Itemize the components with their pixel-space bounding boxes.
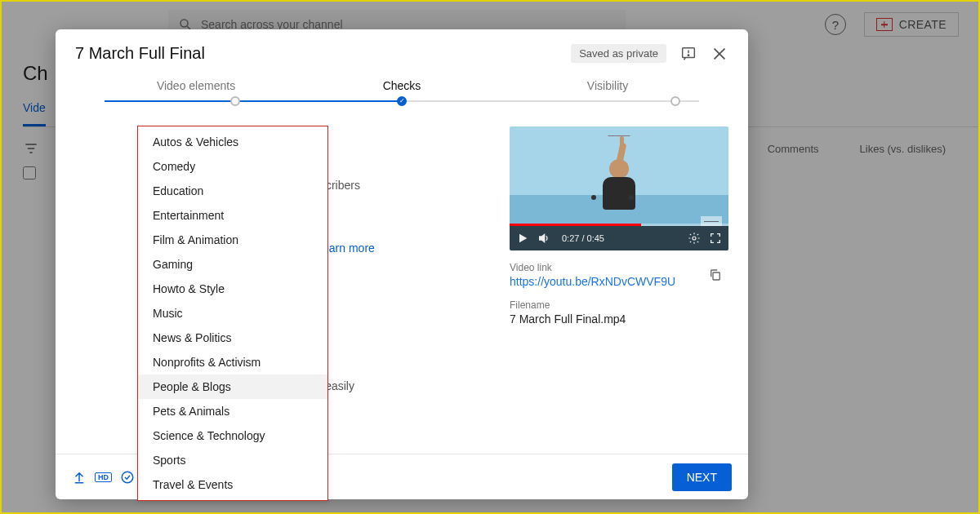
category-option[interactable]: Education bbox=[138, 179, 327, 203]
category-option[interactable]: People & Blogs bbox=[138, 374, 327, 399]
category-option[interactable]: Nonprofits & Activism bbox=[138, 350, 327, 374]
category-option[interactable]: Autos & Vehicles bbox=[138, 130, 327, 154]
modal-title: 7 March Full Final bbox=[75, 44, 205, 63]
fullscreen-icon[interactable] bbox=[709, 232, 722, 245]
upload-modal: 7 March Full Final Saved as private Vide… bbox=[56, 29, 748, 499]
category-option[interactable]: Travel & Events bbox=[138, 472, 327, 497]
category-dropdown[interactable]: Autos & VehiclesComedyEducationEntertain… bbox=[137, 126, 328, 501]
video-preview-panel: ——— —— 0:27 / 0:45 Video link https://yo… bbox=[510, 126, 728, 445]
category-option[interactable]: Gaming bbox=[138, 252, 327, 277]
video-thumbnail[interactable]: ——— —— 0:27 / 0:45 bbox=[510, 126, 728, 250]
play-icon[interactable] bbox=[516, 232, 529, 245]
feedback-icon[interactable] bbox=[679, 45, 697, 63]
hd-badge: HD bbox=[95, 472, 112, 482]
thumb-caption-top: ——— bbox=[510, 131, 728, 140]
filename-label: Filename bbox=[510, 299, 550, 311]
svg-marker-10 bbox=[519, 234, 527, 243]
close-icon[interactable] bbox=[710, 45, 728, 63]
volume-icon[interactable] bbox=[537, 232, 550, 245]
video-time: 0:27 / 0:45 bbox=[562, 233, 604, 243]
svg-rect-13 bbox=[713, 273, 719, 280]
video-link-label: Video link bbox=[510, 262, 675, 273]
check-circle-icon bbox=[120, 470, 135, 485]
category-option[interactable]: Science & Technology bbox=[138, 423, 327, 448]
category-option[interactable]: Music bbox=[138, 301, 327, 326]
saved-chip: Saved as private bbox=[571, 44, 666, 63]
video-link[interactable]: https://youtu.be/RxNDvCWVF9U bbox=[510, 275, 675, 288]
category-option[interactable]: Sports bbox=[138, 448, 327, 472]
category-option[interactable]: Howto & Style bbox=[138, 277, 327, 301]
svg-point-7 bbox=[688, 55, 688, 55]
upload-status-icon bbox=[72, 470, 87, 485]
category-option[interactable]: Entertainment bbox=[138, 203, 327, 228]
progress-bar[interactable] bbox=[510, 224, 728, 226]
modal-header: 7 March Full Final Saved as private bbox=[56, 29, 748, 74]
video-controls: 0:27 / 0:45 bbox=[510, 226, 728, 250]
step-visibility[interactable]: Visibility bbox=[505, 79, 710, 92]
svg-point-12 bbox=[693, 237, 696, 240]
category-option[interactable]: Pets & Animals bbox=[138, 399, 327, 423]
copy-link-button[interactable] bbox=[702, 262, 728, 288]
svg-marker-11 bbox=[540, 234, 545, 241]
svg-point-15 bbox=[122, 472, 133, 483]
category-option[interactable]: News & Politics bbox=[138, 326, 327, 350]
category-option[interactable]: Comedy bbox=[138, 154, 327, 179]
filename-value: 7 March Full Final.mp4 bbox=[510, 312, 626, 326]
category-option[interactable]: Film & Animation bbox=[138, 228, 327, 252]
step-checks[interactable]: Checks bbox=[299, 79, 505, 92]
stepper: Video elements Checks Visibility bbox=[56, 74, 748, 92]
next-button[interactable]: NEXT bbox=[672, 463, 732, 491]
step-video-elements[interactable]: Video elements bbox=[93, 79, 299, 92]
settings-icon[interactable] bbox=[688, 232, 701, 245]
